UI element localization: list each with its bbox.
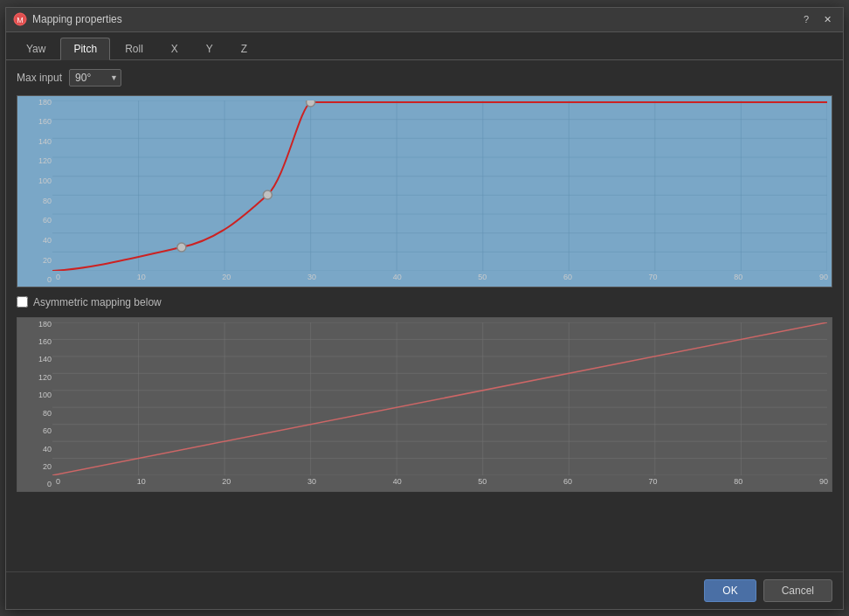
upper-chart-y-axis: 180 160 140 120 100 80 60 40 20 0 bbox=[17, 96, 52, 287]
svg-line-42 bbox=[52, 322, 827, 475]
y-label-120: 120 bbox=[21, 156, 52, 165]
lower-y-label-60: 60 bbox=[21, 426, 52, 435]
dialog-content: Yaw Pitch Roll X Y Z Max input 45° 90° 1… bbox=[6, 32, 843, 571]
y-label-40: 40 bbox=[21, 236, 52, 245]
dialog-title: Mapping properties bbox=[32, 13, 122, 25]
tab-x[interactable]: X bbox=[158, 38, 191, 59]
lower-x-label-40: 40 bbox=[393, 477, 402, 486]
svg-text:M: M bbox=[17, 16, 24, 24]
upper-chart-plot bbox=[52, 100, 827, 271]
y-label-180: 180 bbox=[21, 98, 52, 107]
lower-y-label-0: 0 bbox=[21, 480, 52, 488]
y-label-0: 0 bbox=[21, 275, 52, 284]
x-label-0: 0 bbox=[56, 273, 60, 281]
close-button[interactable]: ✕ bbox=[818, 11, 836, 27]
lower-y-label-120: 120 bbox=[21, 373, 52, 382]
y-label-100: 100 bbox=[21, 176, 52, 185]
x-label-90: 90 bbox=[819, 273, 828, 281]
lower-x-label-50: 50 bbox=[478, 477, 487, 486]
lower-y-label-20: 20 bbox=[21, 462, 52, 471]
asymmetric-checkbox[interactable] bbox=[17, 296, 28, 308]
y-label-140: 140 bbox=[21, 137, 52, 146]
tab-y[interactable]: Y bbox=[193, 38, 226, 59]
svg-point-22 bbox=[263, 190, 272, 199]
lower-y-label-80: 80 bbox=[21, 409, 52, 418]
lower-chart-plot bbox=[52, 322, 827, 475]
x-label-70: 70 bbox=[649, 273, 658, 281]
lower-chart[interactable]: 180 160 140 120 100 80 60 40 20 0 bbox=[17, 317, 832, 492]
lower-x-label-80: 80 bbox=[734, 477, 742, 486]
upper-chart[interactable]: 180 160 140 120 100 80 60 40 20 0 bbox=[17, 95, 832, 287]
lower-x-label-90: 90 bbox=[819, 477, 828, 486]
upper-chart-x-axis: 0 10 20 30 40 50 60 70 80 90 bbox=[52, 271, 832, 287]
lower-chart-x-axis: 0 10 20 30 40 50 60 70 80 90 bbox=[52, 475, 832, 491]
title-bar-left: M Mapping properties bbox=[13, 12, 122, 26]
x-label-30: 30 bbox=[307, 273, 316, 281]
lower-y-label-140: 140 bbox=[21, 355, 52, 363]
lower-chart-y-axis: 180 160 140 120 100 80 60 40 20 0 bbox=[17, 318, 52, 491]
max-input-row: Max input 45° 90° 135° 180° ▼ bbox=[17, 69, 832, 87]
max-input-label: Max input bbox=[17, 72, 62, 84]
ok-button[interactable]: OK bbox=[704, 579, 756, 602]
lower-x-label-70: 70 bbox=[649, 477, 658, 486]
x-label-80: 80 bbox=[734, 273, 742, 281]
cancel-button[interactable]: Cancel bbox=[763, 579, 832, 602]
lower-x-label-20: 20 bbox=[222, 477, 231, 486]
x-label-40: 40 bbox=[393, 273, 402, 281]
lower-x-label-0: 0 bbox=[56, 477, 60, 486]
x-label-10: 10 bbox=[137, 273, 146, 281]
lower-y-label-180: 180 bbox=[21, 320, 52, 329]
y-label-60: 60 bbox=[21, 216, 52, 225]
mapping-properties-dialog: M Mapping properties ? ✕ Yaw Pitch Roll … bbox=[5, 7, 844, 610]
help-button[interactable]: ? bbox=[797, 11, 815, 27]
asymmetric-label: Asymmetric mapping below bbox=[33, 296, 162, 308]
tab-yaw[interactable]: Yaw bbox=[13, 38, 59, 59]
svg-point-23 bbox=[307, 100, 315, 107]
lower-y-label-160: 160 bbox=[21, 337, 52, 346]
svg-point-21 bbox=[177, 243, 186, 252]
x-label-50: 50 bbox=[478, 273, 487, 281]
title-bar-buttons: ? ✕ bbox=[797, 11, 836, 27]
app-icon: M bbox=[13, 12, 27, 26]
max-input-select[interactable]: 45° 90° 135° 180° bbox=[69, 69, 121, 87]
lower-x-label-10: 10 bbox=[137, 477, 146, 486]
lower-chart-svg bbox=[52, 322, 827, 475]
lower-x-label-30: 30 bbox=[307, 477, 316, 486]
tab-bar: Yaw Pitch Roll X Y Z bbox=[6, 32, 843, 60]
tab-z[interactable]: Z bbox=[228, 38, 260, 59]
upper-chart-svg bbox=[52, 100, 827, 271]
y-label-160: 160 bbox=[21, 117, 52, 126]
lower-y-label-100: 100 bbox=[21, 391, 52, 399]
tab-pitch[interactable]: Pitch bbox=[60, 38, 110, 60]
x-label-20: 20 bbox=[222, 273, 231, 281]
tab-roll[interactable]: Roll bbox=[112, 38, 156, 59]
x-label-60: 60 bbox=[563, 273, 572, 281]
main-content: Max input 45° 90° 135° 180° ▼ 180 160 bbox=[6, 60, 843, 571]
max-input-dropdown-wrapper: 45° 90° 135° 180° ▼ bbox=[69, 69, 121, 87]
title-bar: M Mapping properties ? ✕ bbox=[6, 8, 843, 32]
y-label-20: 20 bbox=[21, 256, 52, 265]
lower-x-label-60: 60 bbox=[563, 477, 572, 486]
y-label-80: 80 bbox=[21, 197, 52, 205]
bottom-bar: OK Cancel bbox=[6, 571, 843, 609]
asymmetric-row: Asymmetric mapping below bbox=[17, 296, 832, 308]
lower-y-label-40: 40 bbox=[21, 445, 52, 453]
